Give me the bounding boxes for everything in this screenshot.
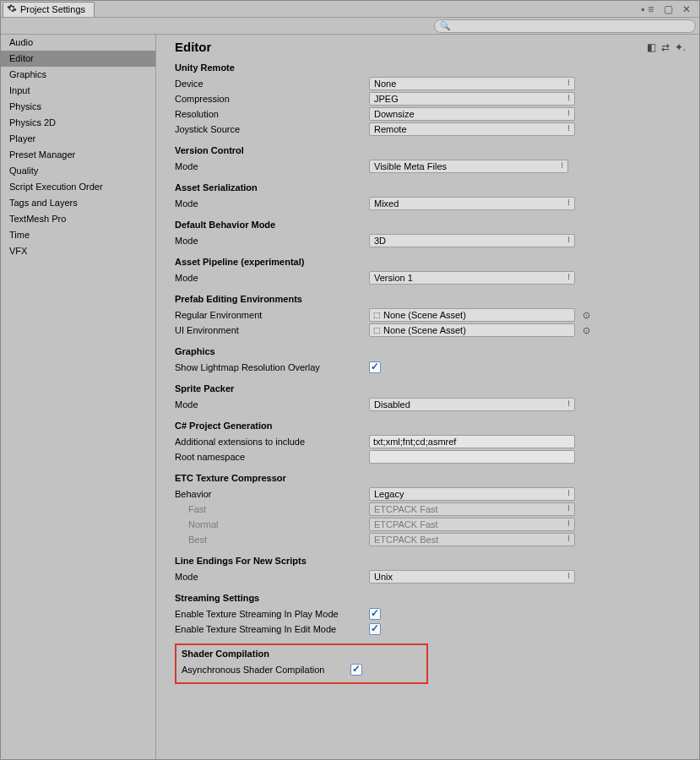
- dropdown-vc-mode[interactable]: Visible Meta Files: [369, 160, 568, 173]
- label-async-shader: Asynchronous Shader Compilation: [182, 665, 350, 675]
- label-pipeline-mode: Mode: [175, 273, 369, 283]
- label-ui-env: UI Environment: [175, 325, 369, 335]
- sidebar-item-audio[interactable]: Audio: [1, 35, 155, 51]
- section-asset-pipeline: Asset Pipeline (experimental): [175, 257, 686, 267]
- page-title: Editor: [175, 40, 211, 54]
- label-extensions: Additional extensions to include: [175, 437, 369, 447]
- dropdown-etc-behavior[interactable]: Legacy: [369, 487, 575, 501]
- sidebar-item-script-execution-order[interactable]: Script Execution Order: [1, 179, 155, 195]
- label-line-mode: Mode: [175, 572, 369, 582]
- sidebar-item-input[interactable]: Input: [1, 83, 155, 99]
- label-behavior-mode: Mode: [175, 236, 369, 246]
- sidebar-item-vfx[interactable]: VFX: [1, 243, 155, 259]
- section-default-behavior: Default Behavior Mode: [175, 220, 686, 230]
- sidebar-item-quality[interactable]: Quality: [1, 163, 155, 179]
- window-maximize-icon[interactable]: ▢: [664, 3, 676, 15]
- label-stream-play: Enable Texture Streaming In Play Mode: [175, 609, 369, 619]
- window-controls: ▪≡ ▢ ✕: [641, 3, 699, 15]
- sidebar-item-time[interactable]: Time: [1, 227, 155, 243]
- sidebar-item-player[interactable]: Player: [1, 131, 155, 147]
- objpicker-icon[interactable]: ⊙: [580, 325, 592, 336]
- label-etc-normal: Normal: [175, 519, 369, 529]
- input-extensions[interactable]: [369, 435, 575, 448]
- label-vc-mode: Mode: [175, 161, 369, 171]
- checkbox-async-shader[interactable]: [350, 664, 362, 676]
- label-compression: Compression: [175, 94, 369, 104]
- tab-label: Project Settings: [20, 4, 85, 14]
- dropdown-joystick[interactable]: Remote: [369, 122, 575, 136]
- label-lightmap: Show Lightmap Resolution Overlay: [175, 362, 369, 372]
- window-title-bar: Project Settings ▪≡ ▢ ✕: [1, 1, 699, 18]
- cube-icon: ⬚: [373, 311, 381, 319]
- section-etc: ETC Texture Compressor: [175, 473, 686, 483]
- sidebar-item-editor[interactable]: Editor: [1, 51, 155, 67]
- search-field[interactable]: 🔍: [434, 19, 696, 33]
- section-streaming: Streaming Settings: [175, 593, 686, 603]
- window-menu-icon[interactable]: ▪≡: [641, 3, 657, 15]
- help-icon[interactable]: ◧: [647, 41, 656, 53]
- dropdown-line-mode[interactable]: Unix: [369, 570, 575, 584]
- search-icon: 🔍: [440, 21, 450, 30]
- dropdown-behavior-mode[interactable]: 3D: [369, 234, 575, 247]
- section-version-control: Version Control: [175, 145, 686, 155]
- section-asset-serialization: Asset Serialization: [175, 182, 686, 193]
- section-shader: Shader Compilation: [182, 649, 421, 659]
- dropdown-etc-normal: ETCPACK Fast: [369, 518, 575, 531]
- label-rootns: Root namespace: [175, 452, 369, 462]
- gear-icon: [7, 3, 17, 15]
- section-graphics: Graphics: [175, 346, 686, 356]
- input-rootns[interactable]: [369, 450, 575, 464]
- label-etc-fast: Fast: [175, 504, 369, 514]
- label-regular-env: Regular Environment: [175, 310, 369, 320]
- label-etc-best: Best: [175, 535, 369, 545]
- label-serial-mode: Mode: [175, 198, 369, 209]
- highlight-shader-compilation: Shader Compilation Asynchronous Shader C…: [175, 643, 428, 684]
- label-stream-edit: Enable Texture Streaming In Edit Mode: [175, 624, 369, 634]
- dropdown-serial-mode[interactable]: Mixed: [369, 197, 575, 210]
- dropdown-sprite-mode[interactable]: Disabled: [369, 398, 575, 411]
- sidebar-item-textmesh-pro[interactable]: TextMesh Pro: [1, 211, 155, 227]
- sidebar-item-tags-and-layers[interactable]: Tags and Layers: [1, 195, 155, 211]
- sidebar-item-graphics[interactable]: Graphics: [1, 67, 155, 83]
- dropdown-etc-fast: ETCPACK Fast: [369, 502, 575, 516]
- checkbox-stream-edit[interactable]: [369, 623, 381, 635]
- sidebar-item-preset-manager[interactable]: Preset Manager: [1, 147, 155, 163]
- dropdown-resolution[interactable]: Downsize: [369, 107, 575, 121]
- content-panel: Editor ◧ ⇄ ✦. Unity Remote DeviceNone Co…: [156, 35, 699, 759]
- label-joystick: Joystick Source: [175, 124, 369, 134]
- objpicker-icon[interactable]: ⊙: [580, 310, 592, 321]
- label-device: Device: [175, 79, 369, 89]
- section-sprite-packer: Sprite Packer: [175, 383, 686, 394]
- preset-icon[interactable]: ⇄: [661, 41, 670, 53]
- window-close-icon[interactable]: ✕: [682, 3, 694, 15]
- checkbox-lightmap[interactable]: [369, 361, 381, 373]
- toolbar: 🔍: [1, 18, 699, 35]
- cube-icon: ⬚: [373, 326, 381, 334]
- objfield-ui-env[interactable]: ⬚None (Scene Asset): [369, 323, 575, 337]
- section-csharp: C# Project Generation: [175, 421, 686, 431]
- label-sprite-mode: Mode: [175, 399, 369, 410]
- search-input[interactable]: [453, 21, 690, 31]
- label-etc-behavior: Behavior: [175, 489, 369, 499]
- dropdown-compression[interactable]: JPEG: [369, 92, 575, 106]
- section-line-endings: Line Endings For New Scripts: [175, 556, 686, 566]
- dropdown-device[interactable]: None: [369, 77, 575, 90]
- section-unity-remote: Unity Remote: [175, 62, 686, 73]
- label-resolution: Resolution: [175, 109, 369, 119]
- dropdown-etc-best: ETCPACK Best: [369, 533, 575, 546]
- dropdown-pipeline-mode[interactable]: Version 1: [369, 271, 575, 285]
- settings-icon[interactable]: ✦.: [675, 41, 686, 53]
- section-prefab: Prefab Editing Environments: [175, 294, 686, 304]
- tab-project-settings[interactable]: Project Settings: [3, 2, 95, 17]
- sidebar: AudioEditorGraphicsInputPhysicsPhysics 2…: [1, 35, 156, 759]
- objfield-regular-env[interactable]: ⬚None (Scene Asset): [369, 308, 575, 322]
- checkbox-stream-play[interactable]: [369, 608, 381, 620]
- sidebar-item-physics-2d[interactable]: Physics 2D: [1, 115, 155, 131]
- sidebar-item-physics[interactable]: Physics: [1, 99, 155, 115]
